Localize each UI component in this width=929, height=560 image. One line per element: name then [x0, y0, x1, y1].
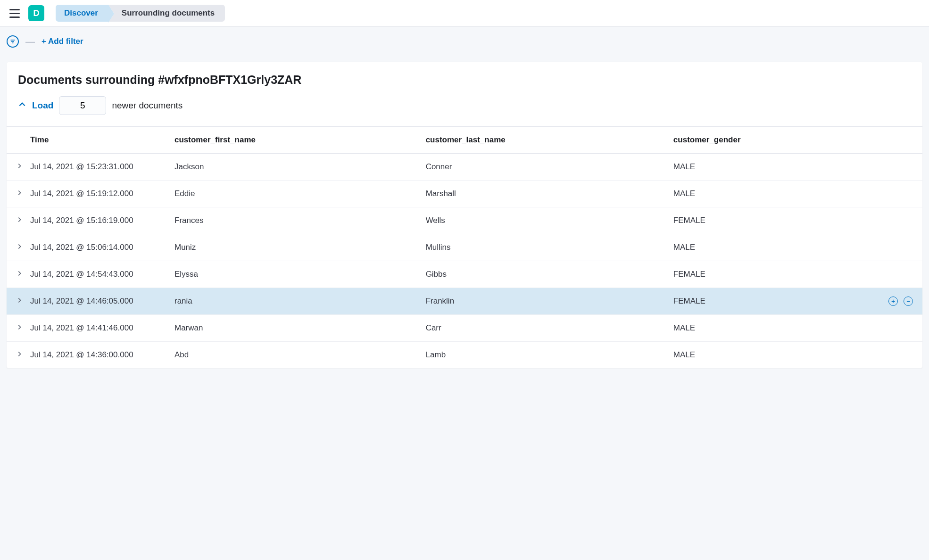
table-row[interactable]: Jul 14, 2021 @ 14:54:43.000ElyssaGibbsFE…	[7, 261, 922, 288]
table-row[interactable]: Jul 14, 2021 @ 15:16:19.000FrancesWellsF…	[7, 207, 922, 234]
chevron-right-icon[interactable]	[16, 163, 23, 169]
main-panel: Documents surrounding #wfxfpnoBFTX1Grly3…	[7, 62, 922, 369]
cell-first-name: rania	[167, 288, 418, 315]
chevron-right-icon[interactable]	[16, 297, 23, 304]
column-first-name[interactable]: customer_first_name	[167, 127, 418, 154]
cell-gender: MALE	[666, 342, 881, 369]
cell-gender: MALE	[666, 234, 881, 261]
top-bar: D Discover Surrounding documents	[0, 0, 929, 27]
table-row[interactable]: Jul 14, 2021 @ 15:23:31.000JacksonConner…	[7, 154, 922, 181]
cell-last-name: Marshall	[418, 181, 666, 207]
cell-time: Jul 14, 2021 @ 15:19:12.000	[30, 181, 167, 207]
column-gender[interactable]: customer_gender	[666, 127, 881, 154]
cell-last-name: Lamb	[418, 342, 666, 369]
filter-bar: — + Add filter	[0, 27, 929, 62]
cell-first-name: Abd	[167, 342, 418, 369]
cell-time: Jul 14, 2021 @ 15:16:19.000	[30, 207, 167, 234]
chevron-right-icon[interactable]	[16, 351, 23, 357]
breadcrumb: Discover Surrounding documents	[56, 5, 225, 22]
page-title: Documents surrounding #wfxfpnoBFTX1Grly3…	[7, 73, 922, 96]
documents-table: Time customer_first_name customer_last_n…	[7, 126, 922, 369]
column-expand	[7, 127, 30, 154]
minus-circle-icon[interactable]: −	[904, 296, 913, 306]
column-actions	[881, 127, 922, 154]
chevron-right-icon[interactable]	[16, 324, 23, 330]
cell-first-name: Jackson	[167, 154, 418, 181]
cell-time: Jul 14, 2021 @ 15:23:31.000	[30, 154, 167, 181]
add-filter-button[interactable]: + Add filter	[41, 37, 83, 46]
menu-icon[interactable]	[8, 7, 22, 20]
cell-first-name: Frances	[167, 207, 418, 234]
column-time[interactable]: Time	[30, 127, 167, 154]
filter-icon[interactable]	[7, 35, 19, 48]
cell-gender: FEMALE	[666, 288, 881, 315]
plus-circle-icon[interactable]: +	[888, 296, 898, 306]
table-row[interactable]: Jul 14, 2021 @ 15:06:14.000MunizMullinsM…	[7, 234, 922, 261]
load-button[interactable]: Load	[32, 100, 53, 111]
cell-last-name: Mullins	[418, 234, 666, 261]
table-row[interactable]: Jul 14, 2021 @ 14:41:46.000MarwanCarrMAL…	[7, 315, 922, 342]
cell-last-name: Conner	[418, 154, 666, 181]
chevron-up-icon[interactable]	[18, 100, 26, 111]
cell-first-name: Elyssa	[167, 261, 418, 288]
cell-time: Jul 14, 2021 @ 15:06:14.000	[30, 234, 167, 261]
cell-gender: MALE	[666, 315, 881, 342]
table-row[interactable]: Jul 14, 2021 @ 14:36:00.000AbdLambMALE	[7, 342, 922, 369]
breadcrumb-surrounding-documents[interactable]: Surrounding documents	[108, 5, 225, 22]
chevron-right-icon[interactable]	[16, 189, 23, 196]
chevron-right-icon[interactable]	[16, 270, 23, 277]
breadcrumb-discover[interactable]: Discover	[56, 5, 108, 22]
cell-gender: MALE	[666, 181, 881, 207]
cell-time: Jul 14, 2021 @ 14:54:43.000	[30, 261, 167, 288]
filter-separator: —	[25, 36, 35, 47]
load-count-input[interactable]	[59, 96, 106, 115]
chevron-right-icon[interactable]	[16, 216, 23, 223]
cell-first-name: Eddie	[167, 181, 418, 207]
cell-gender: FEMALE	[666, 207, 881, 234]
cell-time: Jul 14, 2021 @ 14:41:46.000	[30, 315, 167, 342]
table-row[interactable]: Jul 14, 2021 @ 14:46:05.000raniaFranklin…	[7, 288, 922, 315]
cell-last-name: Carr	[418, 315, 666, 342]
column-last-name[interactable]: customer_last_name	[418, 127, 666, 154]
table-row[interactable]: Jul 14, 2021 @ 15:19:12.000EddieMarshall…	[7, 181, 922, 207]
load-newer-row: Load newer documents	[7, 96, 922, 126]
cell-time: Jul 14, 2021 @ 14:36:00.000	[30, 342, 167, 369]
cell-gender: MALE	[666, 154, 881, 181]
cell-last-name: Gibbs	[418, 261, 666, 288]
cell-first-name: Marwan	[167, 315, 418, 342]
chevron-right-icon[interactable]	[16, 243, 23, 250]
cell-first-name: Muniz	[167, 234, 418, 261]
cell-last-name: Wells	[418, 207, 666, 234]
cell-gender: FEMALE	[666, 261, 881, 288]
cell-time: Jul 14, 2021 @ 14:46:05.000	[30, 288, 167, 315]
app-badge[interactable]: D	[28, 5, 44, 21]
load-suffix-label: newer documents	[112, 100, 182, 111]
cell-last-name: Franklin	[418, 288, 666, 315]
